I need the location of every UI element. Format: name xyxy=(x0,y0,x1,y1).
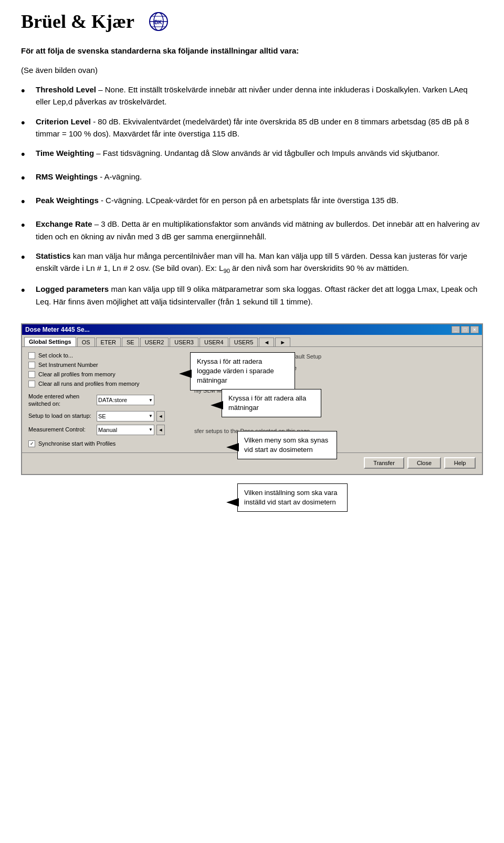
checkbox-row-clock: Set clock to... xyxy=(28,352,186,359)
bullet-text-exchange: Exchange Rate – 3 dB. Detta är en multip… xyxy=(36,218,483,243)
transfer-button[interactable]: Transfer xyxy=(364,457,404,469)
bullet-bold-threshold: Threshold Level xyxy=(36,85,96,94)
list-item-logged: • Logged parameters man kan välja upp ti… xyxy=(21,283,483,308)
intro-line1: För att följa de svenska standarderna sk… xyxy=(21,45,483,57)
maximize-button[interactable]: □ xyxy=(461,326,469,333)
checkbox-label-clear-profiles: Clear all profiles from memory xyxy=(38,371,116,377)
tab-os[interactable]: OS xyxy=(77,338,95,346)
callout-2-text: Kryssa i för att radera alla mätningar xyxy=(228,394,306,412)
list-item-criterion: • Criterion Level - 80 dB. Ekvivalentvär… xyxy=(21,115,483,140)
checkbox-row-clear-profiles: Clear all profiles from memory xyxy=(28,371,186,378)
bullet-rest-time: – Fast tidsvägning. Undantag då Slow anv… xyxy=(94,149,439,157)
dialog-left-col: Set clock to... Set Instrument Number Cl… xyxy=(28,352,186,447)
checkbox-clear-all[interactable] xyxy=(28,381,35,387)
bullet-list: • Threshold Level – None. Ett inställt t… xyxy=(21,83,483,308)
tab-user4[interactable]: USER4 xyxy=(200,338,228,346)
bullet-bold-criterion: Criterion Level xyxy=(36,117,91,126)
sync-row: Synchronise start with Profiles xyxy=(28,440,186,447)
bullet-bold-statistics: Statistics xyxy=(36,251,71,260)
bullet-bold-exchange: Exchange Rate xyxy=(36,219,92,228)
bullet-rest-threshold: – None. Ett inställt tröskelvärde innebä… xyxy=(36,85,468,106)
form-select-mode[interactable]: DATA:store ▼ xyxy=(97,395,154,405)
callout-3-text: Vilken meny som ska synas vid start av d… xyxy=(244,436,328,454)
checkbox-label-clock: Set clock to... xyxy=(38,352,73,359)
form-select-measurement-value: Manual xyxy=(98,427,117,433)
svg-text:BK: BK xyxy=(154,19,162,25)
dialog-window: Dose Meter 4445 Se... _ □ × Global Setti… xyxy=(21,323,483,475)
form-select-setup-value: SE xyxy=(98,413,106,419)
form-select-setup[interactable]: SE ▼ xyxy=(97,411,154,422)
dropdown-arrow-setup: ▼ xyxy=(149,414,153,418)
callout-2-arrow xyxy=(211,400,223,410)
checkbox-label-clear-all: Clear all runs and profiles from memory xyxy=(38,381,140,387)
svg-marker-9 xyxy=(226,498,239,507)
bullet-bold-logged: Logged parameters xyxy=(36,284,109,293)
form-row-mode: Mode entered when switched on: DATA:stor… xyxy=(28,393,186,408)
dialog-body-wrapper: Set clock to... Set Instrument Number Cl… xyxy=(22,347,482,452)
titlebar-buttons: _ □ × xyxy=(452,326,479,333)
bullet-text-logged: Logged parameters man kan välja upp till… xyxy=(36,283,483,308)
tab-se[interactable]: SE xyxy=(122,338,139,346)
tab-prev[interactable]: ◄ xyxy=(259,338,274,346)
dialog-titlebar: Dose Meter 4445 Se... _ □ × xyxy=(22,324,482,335)
checkbox-instrument-number[interactable] xyxy=(28,362,35,368)
brand-name: Brüel & Kjær xyxy=(21,10,134,33)
help-button[interactable]: Help xyxy=(444,457,476,469)
tab-user2[interactable]: USER2 xyxy=(140,338,169,346)
bullet-bold-time: Time Weighting xyxy=(36,149,94,157)
callout-1-arrow xyxy=(179,368,192,379)
list-item-statistics: • Statistics kan man välja hur många per… xyxy=(21,250,483,276)
measurement-arrow-button[interactable]: ◄ xyxy=(156,425,165,435)
tab-global-settings[interactable]: Global Settings xyxy=(24,337,76,346)
tab-user3[interactable]: USER3 xyxy=(170,338,198,346)
bullet-dot-peak: • xyxy=(21,193,32,210)
intro-line2: (Se även bilden ovan) xyxy=(21,65,483,77)
page-header: Brüel & Kjær BK xyxy=(21,10,483,33)
form-label-setup: Setup to load on startup: xyxy=(28,412,97,419)
form-select-mode-value: DATA:store xyxy=(98,397,127,403)
checkbox-clock[interactable] xyxy=(28,352,35,359)
bullet-dot-time: • xyxy=(21,145,32,163)
close-dialog-button[interactable]: Close xyxy=(407,457,441,469)
form-label-measurement: Measurement Control: xyxy=(28,426,97,433)
svg-marker-7 xyxy=(211,401,223,409)
list-item-time-weighting: • Time Weighting – Fast tidsvägning. Und… xyxy=(21,147,483,163)
checkbox-row-clear-all: Clear all runs and profiles from memory xyxy=(28,381,186,387)
bullet-rest-peak: - C-vägning. LCpeak-värdet för en person… xyxy=(99,196,398,205)
tab-user5[interactable]: USER5 xyxy=(229,338,258,346)
bullet-dot-logged: • xyxy=(21,281,32,299)
close-button[interactable]: × xyxy=(470,326,479,333)
bullet-text-peak: Peak Weightings - C-vägning. LCpeak-värd… xyxy=(36,194,483,206)
subscript-statistics: 90 xyxy=(223,268,230,274)
tab-eter[interactable]: ETER xyxy=(96,338,121,346)
bullet-text2-statistics: är den nivå som har överskridits 90 % av… xyxy=(230,264,409,272)
bullet-rest-exchange: – 3 dB. Detta är en multiplikationsfakto… xyxy=(36,219,479,240)
form-section: Mode entered when switched on: DATA:stor… xyxy=(28,393,186,435)
setup-arrow-button[interactable]: ◄ xyxy=(156,411,165,422)
minimize-button[interactable]: _ xyxy=(452,326,460,333)
bullet-rest-rms: - A-vägning. xyxy=(98,172,142,181)
svg-marker-8 xyxy=(226,443,239,451)
form-label-mode: Mode entered when switched on: xyxy=(28,393,97,408)
form-row-setup: Setup to load on startup: SE ▼ ◄ xyxy=(28,411,186,422)
tab-next[interactable]: ► xyxy=(275,338,290,346)
list-item-threshold: • Threshold Level – None. Ett inställt t… xyxy=(21,83,483,108)
intro-text-bold: För att följa de svenska standarderna sk… xyxy=(21,46,299,55)
callout-3: Vilken meny som ska synas vid start av d… xyxy=(237,431,337,459)
bullet-dot-exchange: • xyxy=(21,216,32,234)
tab-bar: Global Settings OS ETER SE USER2 USER3 U… xyxy=(22,335,482,347)
bullet-text-time: Time Weighting – Fast tidsvägning. Undan… xyxy=(36,147,483,159)
bullet-text-rms: RMS Weightings - A-vägning. xyxy=(36,171,483,183)
bullet-dot-criterion: • xyxy=(21,114,32,132)
setup-input-group: SE ▼ ◄ xyxy=(97,411,165,422)
svg-marker-6 xyxy=(179,370,192,378)
list-item-exchange: • Exchange Rate – 3 dB. Detta är en mult… xyxy=(21,218,483,243)
sync-label: Synchronise start with Profiles xyxy=(38,440,116,447)
form-select-measurement[interactable]: Manual ▼ xyxy=(97,425,154,435)
bullet-rest-criterion: - 80 dB. Ekvivalentvärdet (medelvärdet) … xyxy=(36,117,469,138)
bullet-text-threshold: Threshold Level – None. Ett inställt trö… xyxy=(36,83,483,108)
checkbox-sync[interactable] xyxy=(28,440,35,447)
bullet-bold-peak: Peak Weightings xyxy=(36,196,99,205)
checkbox-clear-profiles[interactable] xyxy=(28,371,35,378)
bullet-text-criterion: Criterion Level - 80 dB. Ekvivalentvärde… xyxy=(36,115,483,140)
